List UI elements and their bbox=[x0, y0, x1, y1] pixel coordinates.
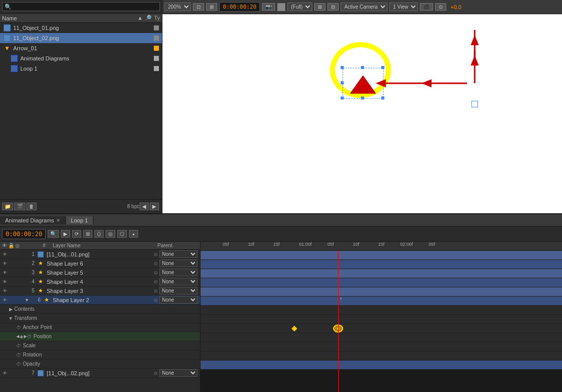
project-item[interactable]: 11_Object_02.png bbox=[0, 33, 162, 43]
lock-icon[interactable] bbox=[9, 260, 16, 267]
lock-icon[interactable] bbox=[9, 287, 16, 295]
stopwatch-icon[interactable]: ⏱ bbox=[16, 352, 21, 357]
eye-icon[interactable]: 👁 bbox=[1, 278, 8, 285]
sub-row-transform[interactable]: ▼ Transform bbox=[0, 314, 200, 323]
layer-row[interactable]: 👁 3 ★ Shape Layer 5 ⊙ None bbox=[0, 268, 200, 277]
layer-visibility-controls: 👁 bbox=[0, 370, 24, 377]
eye-icon[interactable]: 👁 bbox=[1, 370, 8, 377]
stopwatch-icon[interactable]: ⏱ bbox=[16, 362, 21, 367]
delete-button[interactable]: 🗑 bbox=[26, 203, 37, 210]
loop-button[interactable]: ⟳ bbox=[72, 230, 81, 238]
camera-icon[interactable]: 📷 bbox=[262, 3, 275, 11]
stopwatch-icon[interactable]: ⏱ bbox=[16, 325, 21, 330]
solo-icon[interactable] bbox=[16, 251, 23, 258]
parent-select[interactable]: None bbox=[159, 296, 197, 304]
lock-icon[interactable] bbox=[9, 251, 16, 258]
eye-icon[interactable]: 👁 bbox=[1, 287, 8, 295]
solo-icon[interactable] bbox=[16, 269, 23, 276]
safe-zones-button[interactable]: ⊟ bbox=[327, 3, 339, 11]
resolution-select[interactable]: (Full) bbox=[287, 3, 312, 11]
tab-loop1[interactable]: Loop 1 bbox=[66, 216, 94, 224]
prev-keyframe-button[interactable]: ◀ bbox=[16, 334, 19, 339]
layer-row[interactable]: 👁 7 [11_Obj...02.png] ⊙ None bbox=[0, 369, 200, 378]
project-item[interactable]: 11_Object_01.png bbox=[0, 23, 162, 33]
eye-icon[interactable]: 👁 bbox=[1, 269, 8, 276]
tab-animated-diagrams[interactable]: Animated Diagrams ✕ bbox=[0, 216, 66, 224]
view-select[interactable]: 1 View bbox=[389, 3, 418, 11]
lock-icon[interactable] bbox=[9, 370, 16, 377]
lock-icon[interactable] bbox=[9, 278, 16, 285]
solo-button[interactable]: ⬡ bbox=[117, 230, 127, 238]
folder-icon: ▼ bbox=[3, 44, 11, 52]
solo-icon[interactable] bbox=[16, 260, 23, 267]
left-button[interactable]: ◀ bbox=[140, 203, 149, 210]
right-button[interactable]: ▶ bbox=[150, 203, 159, 210]
keyframe-marker[interactable] bbox=[291, 325, 297, 331]
sub-sub-row-position[interactable]: ◀ ◆ ▶ ⏱ Position bbox=[0, 332, 200, 341]
layer-row[interactable]: 👁 2 ★ Shape Layer 6 ⊙ None bbox=[0, 259, 200, 268]
sub-sub-row-rotation[interactable]: ⏱ Rotation bbox=[0, 350, 200, 360]
adjustment-button[interactable]: ◎ bbox=[106, 230, 115, 238]
parent-select[interactable]: None bbox=[159, 269, 197, 276]
twirl-button[interactable]: ▶ bbox=[8, 307, 13, 312]
lock-icon[interactable] bbox=[9, 269, 16, 276]
layer-effect-icon[interactable]: ⊙ bbox=[152, 269, 159, 276]
solo-icon[interactable] bbox=[16, 370, 23, 377]
layer-row[interactable]: 👁 5 ★ Shape Layer 3 ⊙ None bbox=[0, 286, 200, 296]
keyframe-dot[interactable]: ◆ bbox=[20, 334, 23, 339]
parent-select[interactable]: None bbox=[159, 369, 197, 377]
play-button[interactable]: ▶ bbox=[61, 230, 70, 238]
new-folder-button[interactable]: 📁 bbox=[2, 203, 13, 210]
new-comp-button[interactable]: 🎬 bbox=[14, 203, 25, 210]
solo-icon[interactable] bbox=[16, 287, 23, 295]
toggle-button[interactable]: ⊞ bbox=[206, 3, 217, 11]
solo-icon[interactable] bbox=[16, 278, 23, 285]
eye-icon[interactable]: 👁 bbox=[1, 260, 8, 267]
filter-icon[interactable]: 🔎 bbox=[145, 15, 152, 21]
twirl-button[interactable]: ▼ bbox=[24, 298, 29, 303]
layer-effect-icon[interactable]: ⊙ bbox=[152, 297, 159, 304]
layer-row-expanded[interactable]: 👁 ▼ 6 ★ Shape Layer 2 ⊙ None bbox=[0, 296, 200, 305]
parent-select[interactable]: None bbox=[159, 287, 197, 295]
sort-icon[interactable]: ▲ bbox=[137, 15, 143, 21]
sub-row-contents[interactable]: ▶ Contents bbox=[0, 305, 200, 314]
layer-row[interactable]: 👁 4 ★ Shape Layer 4 ⊙ None bbox=[0, 277, 200, 286]
solo-icon[interactable] bbox=[16, 297, 23, 304]
output-button[interactable]: ⊙ bbox=[435, 3, 446, 11]
layer-effect-icon[interactable]: ⊙ bbox=[152, 370, 159, 377]
layer-row[interactable]: 👁 1 [11_Obj...01.png] ⊙ None bbox=[0, 250, 200, 259]
render-button[interactable]: ⬛ bbox=[420, 3, 433, 11]
lock-icon[interactable] bbox=[9, 297, 16, 304]
parent-select[interactable]: None bbox=[159, 259, 197, 267]
project-item-folder[interactable]: ▼ Arrow_01 bbox=[0, 43, 162, 53]
search-input[interactable] bbox=[2, 2, 160, 11]
layer-effect-icon[interactable]: ⊙ bbox=[152, 251, 159, 258]
contents-label: Contents bbox=[14, 306, 35, 312]
parent-select[interactable]: None bbox=[159, 278, 197, 285]
layer-effect-icon[interactable]: ⊙ bbox=[152, 287, 159, 295]
sub-sub-row-scale[interactable]: ⏱ Scale bbox=[0, 341, 200, 350]
project-item-comp[interactable]: Loop 1 bbox=[0, 63, 162, 74]
stopwatch-icon[interactable]: ⏱ bbox=[27, 334, 31, 339]
marker-button[interactable]: ⬧ bbox=[129, 230, 138, 238]
fit-view-button[interactable]: ⊡ bbox=[193, 3, 204, 11]
eye-icon[interactable]: 👁 bbox=[1, 297, 8, 304]
color-picker[interactable] bbox=[277, 3, 285, 11]
eye-icon[interactable]: 👁 bbox=[1, 251, 8, 258]
resolution-button[interactable]: ⊞ bbox=[83, 230, 92, 238]
layer-effect-icon[interactable]: ⊙ bbox=[152, 278, 159, 285]
camera-select[interactable]: Active Camera bbox=[341, 3, 387, 11]
twirl-button[interactable]: ▼ bbox=[8, 316, 13, 321]
layer-effect-icon[interactable]: ⊙ bbox=[152, 260, 159, 267]
sub-sub-row-anchor[interactable]: ⏱ Anchor Point bbox=[0, 323, 200, 332]
project-item-comp[interactable]: Animated Diagrams bbox=[0, 53, 162, 63]
search-button[interactable]: 🔍 bbox=[48, 230, 59, 238]
stopwatch-icon[interactable]: ⏱ bbox=[16, 343, 21, 348]
motion-blur-button[interactable]: ⟨⟩ bbox=[94, 230, 104, 238]
parent-select[interactable]: None bbox=[159, 250, 197, 258]
sub-sub-row-opacity[interactable]: ⏱ Opacity bbox=[0, 360, 200, 369]
playhead[interactable] bbox=[338, 251, 339, 392]
tab-close[interactable]: ✕ bbox=[56, 218, 60, 223]
zoom-select[interactable]: 200% bbox=[164, 3, 191, 11]
grid-button[interactable]: ⊞ bbox=[314, 3, 325, 11]
